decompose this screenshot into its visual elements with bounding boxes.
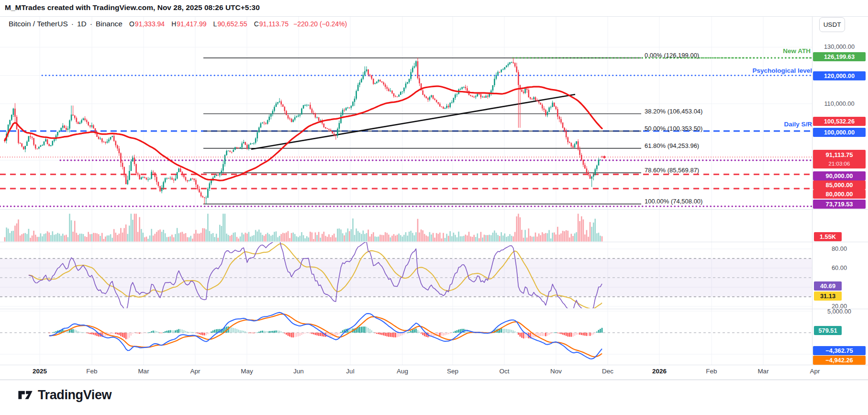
price-axis-value-label: 31.13 xyxy=(814,292,842,301)
price-axis-value-label: 40.69 xyxy=(814,281,842,291)
fib-level-label[interactable]: 0.00% (126,199.00) xyxy=(645,52,699,59)
price-axis-value-label: 73,719.53 xyxy=(813,200,866,209)
currency-toggle-button[interactable]: USDT xyxy=(819,17,845,32)
time-axis-label: Feb xyxy=(706,368,717,375)
price-axis-border xyxy=(812,16,812,365)
time-axis-label: Jul xyxy=(346,368,354,375)
price-axis-value-label: 126,199.63 xyxy=(813,52,866,61)
annotation-daily-sr[interactable]: Daily S/R xyxy=(784,121,812,128)
time-axis-label: Dec xyxy=(602,368,613,375)
price-axis-value-label: 80,000.00 xyxy=(813,190,866,199)
price-axis-value-label: 1.55K xyxy=(814,232,842,241)
current-price-value: 91,113.75 xyxy=(813,150,866,160)
low-label: L xyxy=(213,20,217,28)
pane-divider-macd-timeaxis xyxy=(0,365,868,365)
tradingview-logo[interactable]: TradingView xyxy=(17,387,111,403)
close-value: 91,113.75 xyxy=(259,20,289,28)
rsi-pane[interactable] xyxy=(0,239,812,314)
volume-series[interactable] xyxy=(4,214,603,242)
time-axis-label: Apr xyxy=(190,368,200,375)
exchange-label: Binance xyxy=(96,20,122,28)
price-axis-value-label: 120,000.00 xyxy=(813,71,866,80)
time-axis-label: 2026 xyxy=(652,368,667,375)
header-divider xyxy=(0,16,868,17)
interval-label[interactable]: 1D xyxy=(77,20,87,28)
time-axis-label: Apr xyxy=(810,368,820,375)
macd-histogram xyxy=(48,326,602,339)
time-axis-label: May xyxy=(241,368,253,375)
price-axis-label: 60.00 xyxy=(813,264,866,271)
annotation-psychological-level[interactable]: Psychological level xyxy=(752,67,812,74)
price-axis-value-label: 100,000.00 xyxy=(813,128,866,137)
time-axis-label: Jun xyxy=(293,368,304,375)
price-axis-label: 80.00 xyxy=(813,245,866,252)
high-value: 91,417.99 xyxy=(177,20,206,28)
price-axis-value-label: 100,532.26 xyxy=(813,117,866,126)
price-axis-value-label: −4,942.26 xyxy=(813,356,866,365)
price-axis-value-label: 579.51 xyxy=(814,326,842,335)
bar-countdown: 21:03:06 xyxy=(813,160,866,167)
time-axis-label: Oct xyxy=(499,368,509,375)
fib-retracement[interactable] xyxy=(203,58,641,204)
fib-level-label[interactable]: 100.00% (74,508.00) xyxy=(645,198,702,205)
time-axis-label: Nov xyxy=(550,368,562,375)
fib-level-label[interactable]: 38.20% (106,453.04) xyxy=(645,108,702,115)
tradingview-logo-text: TradingView xyxy=(38,388,111,403)
change-value: −220.20 (−0.24%) xyxy=(293,20,347,28)
current-price-label: 91,113.75 21:03:06 xyxy=(813,150,866,168)
price-axis-value-label: −4,362.75 xyxy=(813,346,866,355)
symbol-legend[interactable]: Bitcoin / TetherUS · 1D · Binance O 91,3… xyxy=(9,20,347,28)
chart-bottom-border xyxy=(0,380,868,380)
price-axis-label: 5,000.00 xyxy=(813,308,866,315)
grid-lines xyxy=(0,17,812,365)
price-axis-label: 130,000.00 xyxy=(813,43,866,50)
high-label: H xyxy=(171,20,176,28)
tradingview-logo-icon xyxy=(17,387,33,403)
watermark-title: M_MTrades created with TradingView.com, … xyxy=(5,3,260,12)
open-label: O xyxy=(129,20,134,28)
time-axis-label: Feb xyxy=(86,368,97,375)
time-axis-label: 2025 xyxy=(33,368,47,375)
tradingview-chart-window: M_MTrades created with TradingView.com, … xyxy=(0,0,868,415)
low-value: 90,652.55 xyxy=(217,20,247,28)
time-axis-label: Sep xyxy=(447,368,458,375)
pane-divider-rsi-macd[interactable] xyxy=(0,309,868,309)
annotation-new-ath[interactable]: New ATH xyxy=(783,47,811,55)
macd-pane[interactable] xyxy=(0,313,812,359)
trend-line[interactable] xyxy=(251,94,575,149)
legend-separator: · xyxy=(71,20,74,28)
price-axis-label: 110,000.00 xyxy=(813,100,866,107)
price-axis-value-label: 85,000.00 xyxy=(813,180,866,190)
fib-level-label[interactable]: 78.60% (85,569.87) xyxy=(645,167,699,174)
pane-divider-volume-rsi[interactable] xyxy=(0,242,868,242)
time-axis-label: Mar xyxy=(757,368,768,375)
price-axis-value-label: 90,000.00 xyxy=(813,171,866,180)
symbol-name[interactable]: Bitcoin / TetherUS xyxy=(9,20,68,28)
pane-divider-price-volume[interactable] xyxy=(0,209,868,210)
time-axis-label: Mar xyxy=(138,368,149,375)
legend-separator: · xyxy=(90,20,92,28)
current-price-line xyxy=(0,156,812,159)
fib-level-label[interactable]: 50.00% (100,353.50) xyxy=(645,125,702,132)
time-axis-label: Aug xyxy=(397,368,408,375)
open-value: 91,333.94 xyxy=(135,20,165,28)
moving-average-line[interactable] xyxy=(5,86,602,180)
close-label: C xyxy=(254,20,259,28)
fib-level-label[interactable]: 61.80% (94,253.96) xyxy=(645,142,699,149)
chart-canvas[interactable] xyxy=(0,0,868,415)
